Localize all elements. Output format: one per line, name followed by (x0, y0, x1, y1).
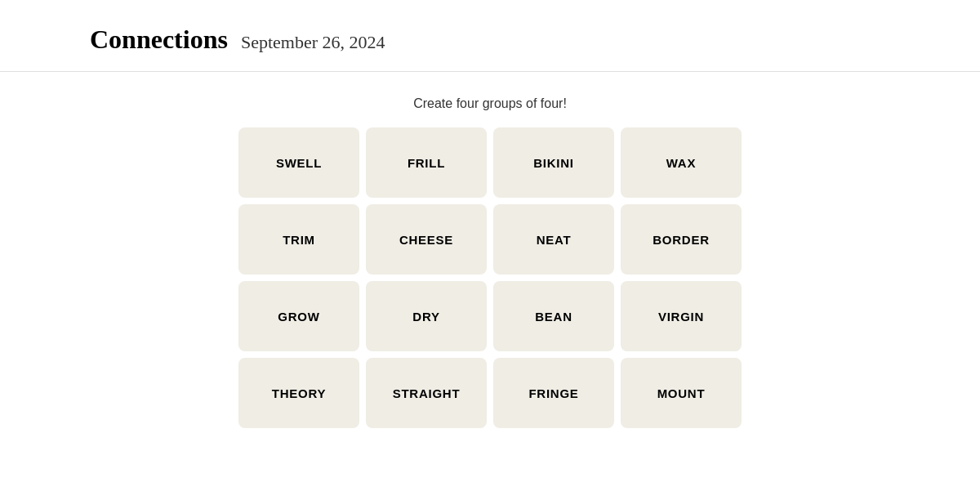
tile-neat[interactable]: NEAT (493, 204, 614, 275)
tile-swell[interactable]: SWELL (238, 127, 359, 198)
tile-label-dry: DRY (412, 310, 439, 324)
tile-frill[interactable]: FRILL (366, 127, 487, 198)
tile-label-virgin: VIRGIN (658, 310, 704, 324)
tile-wax[interactable]: WAX (621, 127, 742, 198)
tile-fringe[interactable]: FRINGE (493, 358, 614, 428)
tile-label-neat: NEAT (537, 233, 572, 247)
tile-label-bikini: BIKINI (533, 156, 574, 170)
tile-straight[interactable]: STRAIGHT (366, 358, 487, 428)
tile-dry[interactable]: DRY (366, 281, 487, 351)
tile-label-trim: TRIM (283, 233, 315, 247)
tile-label-fringe: FRINGE (528, 386, 578, 400)
tile-label-bean: BEAN (535, 310, 572, 324)
tile-theory[interactable]: THEORY (238, 358, 359, 428)
main-content: Create four groups of four! SWELLFRILLBI… (0, 72, 980, 453)
tile-grow[interactable]: GROW (238, 281, 359, 351)
tile-label-cheese: CHEESE (399, 233, 453, 247)
header: Connections September 26, 2024 (0, 0, 980, 72)
tile-bean[interactable]: BEAN (493, 281, 614, 351)
tile-label-frill: FRILL (408, 156, 445, 170)
tile-trim[interactable]: TRIM (238, 204, 359, 275)
tile-label-straight: STRAIGHT (393, 386, 461, 400)
instruction-text: Create four groups of four! (413, 96, 567, 111)
page-title: Connections (90, 25, 228, 55)
tile-cheese[interactable]: CHEESE (366, 204, 487, 275)
tile-bikini[interactable]: BIKINI (493, 127, 614, 198)
tile-label-wax: WAX (666, 156, 696, 170)
tile-mount[interactable]: MOUNT (621, 358, 742, 428)
tile-virgin[interactable]: VIRGIN (621, 281, 742, 351)
tile-border[interactable]: BORDER (621, 204, 742, 275)
header-date: September 26, 2024 (241, 32, 385, 53)
tile-label-border: BORDER (653, 233, 710, 247)
tile-grid: SWELLFRILLBIKINIWAXTRIMCHEESENEATBORDERG… (238, 127, 742, 428)
tile-label-theory: THEORY (272, 386, 326, 400)
tile-label-mount: MOUNT (657, 386, 706, 400)
tile-label-swell: SWELL (276, 156, 322, 170)
tile-label-grow: GROW (278, 310, 319, 324)
